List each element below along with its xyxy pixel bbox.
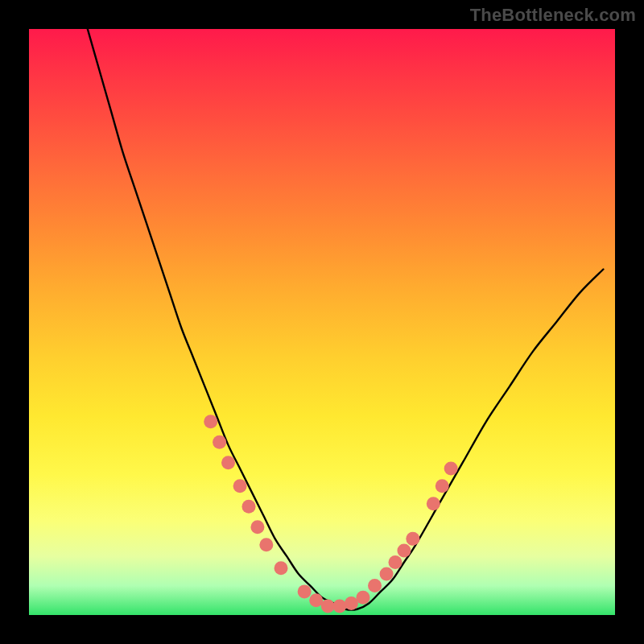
marker-dot — [259, 538, 273, 551]
plot-area — [29, 29, 615, 615]
marker-dot — [380, 568, 394, 581]
marker-dot — [436, 479, 449, 493]
marker-dot — [397, 543, 411, 557]
outer-frame: TheBottleneck.com — [0, 0, 644, 644]
v-curve-line — [88, 29, 604, 610]
marker-dot — [242, 500, 256, 514]
marker-dots — [204, 415, 457, 613]
marker-dot — [233, 479, 247, 493]
marker-dot — [332, 600, 346, 613]
marker-dot — [368, 579, 382, 592]
marker-dot — [221, 456, 235, 469]
marker-dot — [250, 520, 264, 534]
marker-dot — [427, 497, 440, 510]
marker-dot — [298, 584, 312, 598]
marker-dot — [309, 593, 323, 607]
marker-dot — [356, 591, 369, 605]
marker-dot — [345, 597, 358, 610]
marker-dot — [275, 561, 288, 575]
marker-dot — [321, 600, 335, 613]
marker-dot — [406, 532, 419, 546]
marker-dot — [204, 415, 217, 428]
curve-layer — [29, 29, 615, 615]
marker-dot — [444, 462, 458, 476]
watermark-label: TheBottleneck.com — [470, 5, 636, 26]
marker-dot — [389, 555, 402, 569]
marker-dot — [213, 436, 226, 449]
